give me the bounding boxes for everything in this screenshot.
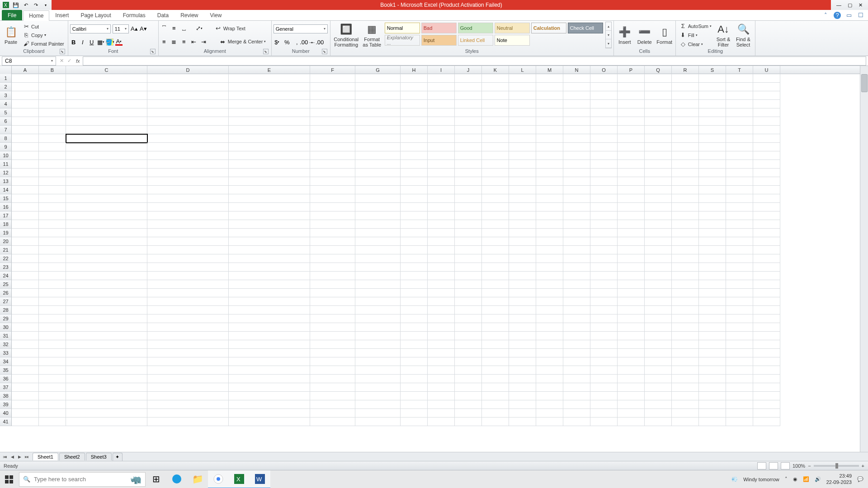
cell[interactable] xyxy=(672,383,699,392)
cell[interactable] xyxy=(39,220,66,229)
cell[interactable] xyxy=(355,186,401,194)
cell[interactable] xyxy=(699,383,726,392)
cell[interactable] xyxy=(455,237,482,246)
cell[interactable] xyxy=(753,409,780,418)
cell[interactable] xyxy=(509,91,536,100)
cell[interactable] xyxy=(229,169,310,177)
cell[interactable] xyxy=(229,246,310,254)
col-header-J[interactable]: J xyxy=(455,66,482,74)
style-bad[interactable]: Bad xyxy=(421,23,457,33)
cell[interactable] xyxy=(147,169,229,177)
cell[interactable] xyxy=(428,323,455,332)
cell[interactable] xyxy=(699,297,726,306)
cell[interactable] xyxy=(726,272,753,280)
cell[interactable] xyxy=(39,323,66,332)
cell[interactable] xyxy=(355,246,401,254)
cell[interactable] xyxy=(645,134,672,143)
cell[interactable] xyxy=(536,108,563,117)
cell[interactable] xyxy=(536,340,563,349)
cell[interactable] xyxy=(536,418,563,426)
cell[interactable] xyxy=(147,194,229,203)
cell[interactable] xyxy=(509,151,536,160)
cell[interactable] xyxy=(536,254,563,263)
cell[interactable] xyxy=(66,383,147,392)
row-header-6[interactable]: 6 xyxy=(0,117,12,126)
cell[interactable] xyxy=(509,357,536,366)
cell[interactable] xyxy=(536,392,563,400)
cell[interactable] xyxy=(147,151,229,160)
cell[interactable] xyxy=(229,306,310,314)
cell[interactable] xyxy=(645,246,672,254)
cell[interactable] xyxy=(229,211,310,220)
cell[interactable] xyxy=(39,134,66,143)
zoom-out-icon[interactable]: − xyxy=(808,463,811,469)
cell[interactable] xyxy=(401,400,428,409)
conditional-formatting-button[interactable]: 🔲 Conditional Formatting xyxy=(332,22,360,48)
cell[interactable] xyxy=(618,177,645,186)
cell[interactable] xyxy=(618,383,645,392)
cell[interactable] xyxy=(590,357,618,366)
cell[interactable] xyxy=(536,220,563,229)
cell[interactable] xyxy=(699,272,726,280)
cell[interactable] xyxy=(699,349,726,357)
cell[interactable] xyxy=(310,108,355,117)
cell[interactable] xyxy=(753,177,780,186)
qat-customize-icon[interactable]: ▾ xyxy=(42,1,50,9)
cell[interactable] xyxy=(699,194,726,203)
start-button[interactable] xyxy=(0,470,18,488)
cell[interactable] xyxy=(455,409,482,418)
cell[interactable] xyxy=(590,186,618,194)
cell[interactable] xyxy=(672,306,699,314)
cell[interactable] xyxy=(428,254,455,263)
cell[interactable] xyxy=(509,229,536,237)
cell[interactable] xyxy=(618,151,645,160)
cell[interactable] xyxy=(147,375,229,383)
cell[interactable] xyxy=(726,263,753,272)
cell[interactable] xyxy=(753,246,780,254)
cell[interactable] xyxy=(310,134,355,143)
cell[interactable] xyxy=(355,349,401,357)
cell[interactable] xyxy=(66,280,147,289)
row-header-41[interactable]: 41 xyxy=(0,418,12,426)
cell[interactable] xyxy=(482,194,509,203)
col-header-Q[interactable]: Q xyxy=(645,66,672,74)
cell[interactable] xyxy=(39,400,66,409)
sheet-tab-sheet2[interactable]: Sheet2 xyxy=(59,453,85,460)
cell[interactable] xyxy=(66,375,147,383)
cell[interactable] xyxy=(66,211,147,220)
font-name-combo[interactable]: Calibri▾ xyxy=(70,24,111,33)
row-header-7[interactable]: 7 xyxy=(0,126,12,134)
cell[interactable] xyxy=(590,100,618,108)
formula-input[interactable] xyxy=(83,56,866,66)
row-header-13[interactable]: 13 xyxy=(0,177,12,186)
cell[interactable] xyxy=(645,400,672,409)
cell[interactable] xyxy=(355,203,401,211)
cell[interactable] xyxy=(536,83,563,91)
select-all-corner[interactable] xyxy=(0,66,12,74)
cell[interactable] xyxy=(12,108,39,117)
cell[interactable] xyxy=(428,280,455,289)
cell[interactable] xyxy=(482,357,509,366)
cell[interactable] xyxy=(672,100,699,108)
cell[interactable] xyxy=(455,272,482,280)
cell[interactable] xyxy=(726,246,753,254)
cell[interactable] xyxy=(509,186,536,194)
cell[interactable] xyxy=(401,332,428,340)
cell[interactable] xyxy=(726,332,753,340)
cell[interactable] xyxy=(509,280,536,289)
cell[interactable] xyxy=(699,254,726,263)
cell[interactable] xyxy=(699,83,726,91)
cell[interactable] xyxy=(39,160,66,169)
row-header-16[interactable]: 16 xyxy=(0,203,12,211)
cell[interactable] xyxy=(229,366,310,375)
col-header-U[interactable]: U xyxy=(753,66,780,74)
cell[interactable] xyxy=(401,297,428,306)
cell[interactable] xyxy=(147,143,229,151)
cell[interactable] xyxy=(147,254,229,263)
cell[interactable] xyxy=(66,418,147,426)
cell[interactable] xyxy=(229,203,310,211)
cell[interactable] xyxy=(618,375,645,383)
cell[interactable] xyxy=(66,340,147,349)
cell[interactable] xyxy=(699,366,726,375)
cell[interactable] xyxy=(590,289,618,297)
